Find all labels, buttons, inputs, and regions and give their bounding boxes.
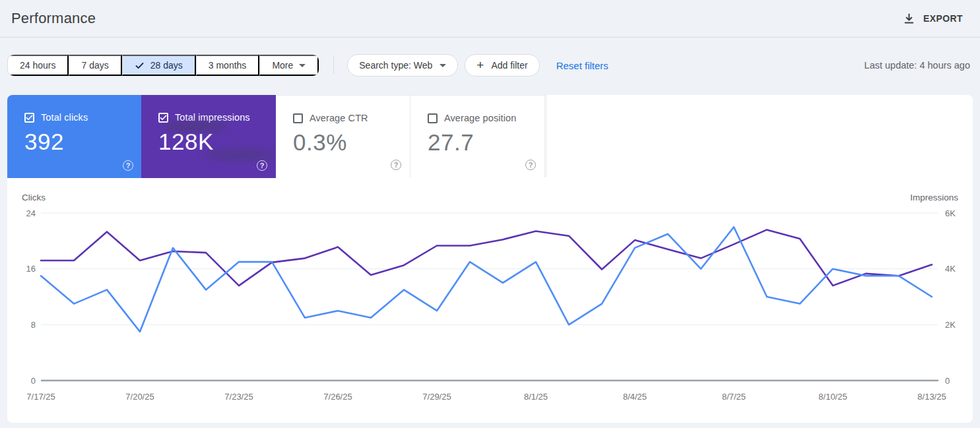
x-axis-tick-label: 8/10/25	[818, 392, 847, 402]
total-clicks-card[interactable]: Total clicks 392 ?	[7, 95, 142, 178]
x-axis-tick-label: 8/1/25	[524, 392, 548, 402]
card-header: Total impressions	[158, 112, 276, 123]
range-label: 24 hours	[20, 60, 55, 71]
plus-icon: +	[476, 59, 484, 71]
right-axis-tick-label: 0	[945, 376, 950, 386]
range-24-hours[interactable]: 24 hours	[8, 55, 69, 76]
right-axis-title: Impressions	[910, 193, 958, 202]
caret-down-icon	[440, 64, 446, 67]
range-7-days[interactable]: 7 days	[69, 55, 121, 76]
checkbox-checked-icon[interactable]	[158, 113, 168, 123]
reset-filters-link[interactable]: Reset filters	[556, 60, 608, 71]
help-icon[interactable]: ?	[123, 160, 133, 171]
metric-label: Total clicks	[41, 112, 88, 123]
export-button[interactable]: EXPORT	[903, 13, 963, 24]
left-axis-tick-label: 0	[31, 376, 36, 386]
filter-divider	[333, 57, 334, 74]
right-axis-tick-label: 2K	[945, 320, 956, 330]
checkbox-unchecked-icon[interactable]	[293, 113, 303, 123]
search-type-label: Search type: Web	[359, 60, 432, 71]
date-range-group: 24 hours 7 days 28 days 3 months More	[7, 54, 319, 76]
range-label: More	[272, 60, 293, 71]
metric-value: 0.3%	[293, 129, 410, 156]
card-header: Average position	[428, 113, 544, 123]
help-icon[interactable]: ?	[391, 160, 401, 170]
x-axis-tick-label: 7/20/25	[125, 392, 154, 402]
caret-down-icon	[299, 64, 306, 67]
range-label: 7 days	[81, 60, 108, 71]
performance-chart[interactable]: 2416806K4K2K0ClicksImpressions7/17/257/2…	[0, 191, 980, 419]
x-axis-tick-label: 7/17/25	[26, 392, 55, 402]
checkbox-unchecked-icon[interactable]	[428, 113, 438, 123]
left-axis-tick-label: 16	[26, 264, 36, 274]
metric-label: Average CTR	[310, 113, 368, 123]
checkbox-checked-icon[interactable]	[24, 113, 34, 123]
search-type-dropdown[interactable]: Search type: Web	[347, 54, 458, 76]
help-icon[interactable]: ?	[525, 160, 536, 170]
right-axis-tick-label: 6K	[945, 208, 956, 218]
card-header: Total clicks	[24, 112, 142, 123]
search-console-performance-page: Performance EXPORT 24 hours 7 days	[0, 0, 980, 428]
check-icon	[135, 61, 145, 71]
card-header: Average CTR	[293, 113, 410, 123]
range-more-dropdown[interactable]: More	[259, 55, 319, 76]
metric-value: 27.7	[428, 129, 544, 156]
add-filter-button[interactable]: + Add filter	[465, 54, 539, 76]
last-update-text: Last update: 4 hours ago	[865, 60, 970, 71]
total-impressions-card[interactable]: Total impressions 128K ?	[141, 95, 276, 178]
metric-label: Average position	[444, 113, 516, 123]
left-axis-tick-label: 8	[31, 320, 36, 330]
metric-value: 128K	[158, 129, 276, 155]
range-label: 28 days	[150, 60, 183, 71]
export-label: EXPORT	[923, 13, 963, 24]
add-filter-label: Add filter	[491, 60, 527, 71]
x-axis-tick-label: 7/29/25	[422, 392, 451, 402]
left-axis-tick-label: 24	[26, 208, 36, 218]
left-axis-title: Clicks	[22, 193, 46, 202]
x-axis-tick-label: 8/4/25	[623, 392, 647, 402]
x-axis-tick-label: 7/26/25	[323, 392, 352, 402]
x-axis-tick-label: 8/13/25	[917, 392, 946, 402]
x-axis-tick-label: 8/7/25	[722, 392, 746, 402]
page-header: Performance EXPORT	[0, 0, 980, 38]
download-icon	[903, 13, 915, 24]
range-3-months[interactable]: 3 months	[196, 55, 260, 76]
right-axis-tick-label: 4K	[945, 264, 956, 274]
filter-bar: 24 hours 7 days 28 days 3 months More	[7, 54, 970, 76]
range-28-days[interactable]: 28 days	[122, 55, 196, 76]
metric-cards-row: Total clicks 392 ? Total impressions 128…	[7, 95, 546, 177]
range-label: 3 months	[209, 60, 247, 71]
x-axis-tick-label: 7/23/25	[224, 392, 253, 402]
average-position-card[interactable]: Average position 27.7 ?	[410, 96, 545, 177]
average-ctr-card[interactable]: Average CTR 0.3% ?	[276, 96, 410, 177]
help-icon[interactable]: ?	[257, 160, 267, 171]
impressions-series-line[interactable]	[41, 229, 932, 286]
page-title: Performance	[11, 10, 96, 27]
metric-label: Total impressions	[175, 112, 250, 123]
metric-value: 392	[24, 129, 142, 155]
